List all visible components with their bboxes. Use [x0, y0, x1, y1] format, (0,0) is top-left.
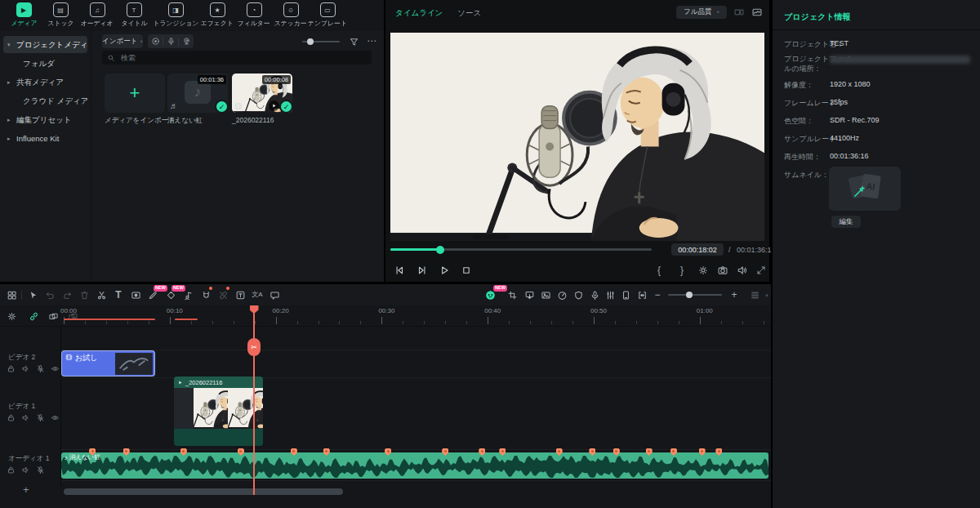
eye-visibility-icon[interactable]	[51, 364, 60, 373]
timeline-zoom-slider[interactable]	[668, 294, 722, 296]
sidebar-item-project-media[interactable]: ▾プロジェクトメディア	[3, 36, 87, 53]
quality-select[interactable]: フル品質 ˅	[676, 6, 727, 19]
beat-marker-pin[interactable]	[180, 448, 187, 456]
split-scissors-icon[interactable]	[95, 288, 108, 301]
adjust-eq-icon[interactable]	[604, 288, 617, 301]
tab-timeline-preview[interactable]: タイムライン	[395, 8, 443, 19]
preview-viewport[interactable]	[390, 33, 764, 241]
timeline-horizontal-scrollbar[interactable]	[64, 488, 343, 495]
magnet-snap-icon[interactable]	[199, 288, 212, 301]
more-options-icon[interactable]: ⋯	[364, 33, 379, 48]
lock-icon[interactable]	[7, 413, 16, 422]
mark-out-icon[interactable]: }	[675, 263, 689, 278]
translate-icon[interactable]: 文A	[251, 288, 264, 301]
edit-thumbnail-button[interactable]: 編集	[831, 216, 861, 228]
shield-stabilize-icon[interactable]	[572, 288, 585, 301]
beat-marker-pin[interactable]	[589, 448, 595, 456]
auto-caption-icon[interactable]	[234, 288, 247, 301]
comment-bubble-icon[interactable]	[268, 288, 281, 301]
text-tool-icon[interactable]: T	[112, 288, 125, 301]
sidebar-item-influence-kit[interactable]: ▸Influence Kit	[3, 130, 87, 147]
mic-muted-icon[interactable]	[36, 364, 45, 373]
screen-record-icon[interactable]	[148, 34, 163, 49]
beat-marker-pin[interactable]	[613, 448, 620, 456]
scopes-icon[interactable]	[750, 5, 764, 20]
beat-marker-pin[interactable]	[499, 448, 506, 456]
sidebar-item-shared-media[interactable]: ▸共有メディア	[3, 74, 87, 91]
volume-icon[interactable]	[735, 263, 750, 278]
tab-audio[interactable]: ♫オーディオ	[80, 2, 114, 29]
preview-settings-gear-icon[interactable]	[696, 263, 710, 278]
speaker-icon[interactable]	[21, 364, 30, 373]
caret-down-icon[interactable]: ▾	[760, 288, 773, 301]
tab-filters[interactable]: ◔フィルター	[237, 2, 271, 29]
import-button[interactable]: インポート˅	[102, 34, 143, 48]
step-forward-icon[interactable]	[415, 263, 430, 278]
clip-video2[interactable]: お試し	[61, 350, 155, 377]
tab-effects[interactable]: ★エフェクト	[200, 2, 234, 29]
mask-tool-icon[interactable]	[129, 288, 142, 301]
tab-source-preview[interactable]: ソース	[457, 8, 481, 19]
tab-transition[interactable]: ◨トランジション	[154, 2, 198, 29]
beat-detect-icon[interactable]	[182, 288, 195, 301]
thumbnail-size-slider[interactable]	[302, 41, 340, 42]
zoom-out-icon[interactable]: −	[651, 288, 664, 301]
beat-marker-pin[interactable]	[323, 448, 330, 456]
tab-stock[interactable]: ▤ストック	[43, 2, 78, 29]
image-overlay-icon[interactable]	[539, 288, 552, 301]
playhead-line[interactable]	[253, 305, 255, 495]
tab-title[interactable]: Tタイトル	[117, 2, 151, 29]
add-track-button[interactable]: +	[23, 483, 29, 496]
beat-marker-pin[interactable]	[479, 448, 485, 456]
fit-range-icon[interactable]	[635, 288, 648, 301]
slider-knob[interactable]	[307, 38, 314, 45]
beat-marker-pin[interactable]	[89, 448, 96, 456]
import-media-tile[interactable]: +	[105, 74, 165, 113]
zoom-in-icon[interactable]: +	[728, 288, 741, 301]
redo-icon[interactable]	[60, 288, 74, 301]
sidebar-item-folder[interactable]: フォルダ	[3, 55, 87, 72]
zoom-slider-knob[interactable]	[686, 292, 693, 298]
mark-in-icon[interactable]: {	[652, 263, 666, 278]
webcam-icon[interactable]	[179, 34, 194, 49]
filter-funnel-icon[interactable]	[346, 34, 361, 49]
eye-visibility-icon[interactable]	[51, 413, 60, 422]
lock-icon[interactable]	[7, 364, 16, 373]
clip-video1[interactable]: _2026022116	[174, 377, 263, 446]
delete-icon[interactable]	[78, 288, 91, 301]
tab-stickers[interactable]: ☺ステッカー	[274, 2, 308, 29]
beat-marker-pin[interactable]	[646, 448, 653, 456]
playhead-split-button[interactable]: ✂	[247, 338, 261, 356]
beat-marker-pin[interactable]	[670, 448, 677, 456]
progress-knob[interactable]	[436, 246, 444, 254]
device-preview-icon[interactable]	[619, 288, 632, 301]
mic-muted-icon[interactable]	[36, 466, 45, 475]
speaker-icon[interactable]	[21, 413, 30, 422]
mic-muted-icon[interactable]	[36, 413, 45, 422]
play-overlay-icon[interactable]	[269, 100, 279, 111]
video-media-tile[interactable]: 00:00:08 ✓	[232, 74, 292, 113]
dual-view-icon[interactable]	[732, 5, 746, 20]
beat-marker-pin[interactable]	[238, 448, 244, 456]
tab-templates[interactable]: ▭テンプレート	[310, 2, 345, 29]
beat-marker-pin[interactable]	[291, 448, 297, 456]
select-tool-icon[interactable]	[26, 288, 39, 301]
sidebar-item-cloud-media[interactable]: クラウド メディア	[3, 92, 87, 109]
tab-media[interactable]: ▶メディア	[7, 2, 41, 29]
play-icon[interactable]	[437, 263, 452, 278]
undo-icon[interactable]	[43, 288, 56, 301]
beat-marker-pin[interactable]	[123, 448, 130, 456]
export-frame-icon[interactable]	[523, 288, 536, 301]
stop-icon[interactable]	[459, 263, 474, 278]
step-back-icon[interactable]	[392, 263, 407, 278]
audio-media-tile[interactable]: ♪ ♬ 00:01:36 ✓	[167, 74, 228, 113]
lock-icon[interactable]	[7, 466, 16, 475]
unlink-icon[interactable]	[216, 288, 229, 301]
beat-marker-pin[interactable]	[699, 448, 706, 456]
sidebar-item-edit-presets[interactable]: ▸編集プリセット	[3, 111, 87, 128]
voiceover-mic-icon[interactable]	[163, 34, 178, 49]
search-input[interactable]	[119, 53, 367, 63]
beat-marker-pin[interactable]	[556, 448, 563, 456]
beat-marker-pin[interactable]	[442, 448, 448, 456]
fullscreen-icon[interactable]	[754, 263, 768, 278]
